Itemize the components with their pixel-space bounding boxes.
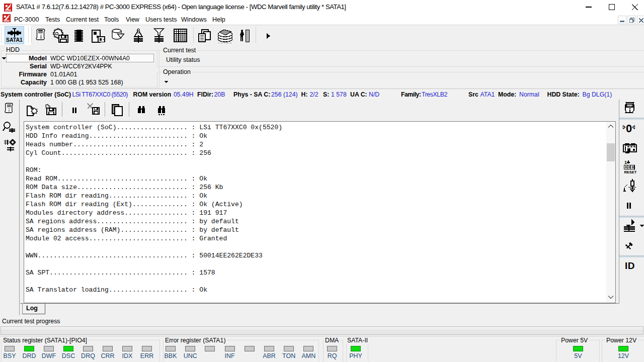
- svg-text:0101: 0101: [627, 105, 634, 108]
- svg-text:0: 0: [625, 165, 627, 169]
- svg-text:1: 1: [624, 160, 627, 165]
- svg-text:RESET: RESET: [624, 170, 637, 174]
- svg-text:0: 0: [631, 165, 634, 169]
- svg-text:0: 0: [626, 123, 632, 133]
- svg-text:0: 0: [628, 165, 631, 169]
